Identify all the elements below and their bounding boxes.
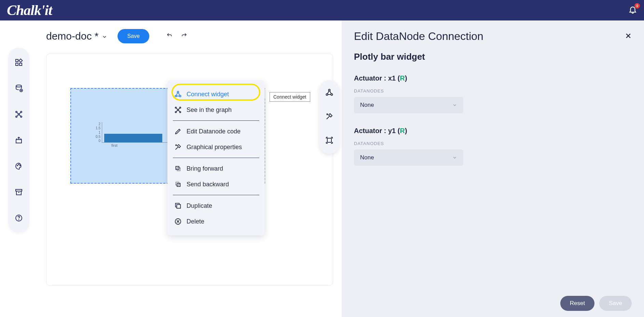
bring-forward-icon [174, 165, 182, 172]
ctx-label: Bring forward [187, 165, 223, 172]
widgets-library-button[interactable] [14, 58, 23, 67]
theme-button[interactable] [14, 162, 23, 171]
float-bounds-button[interactable] [325, 136, 333, 146]
ctx-delete[interactable]: Delete [167, 214, 265, 229]
svg-point-32 [326, 94, 328, 96]
svg-rect-3 [19, 63, 22, 66]
notifications-button[interactable]: 0 [628, 5, 637, 15]
widgets-icon [15, 58, 23, 67]
panel-save-button[interactable]: Save [599, 296, 632, 311]
chevron-down-icon [102, 34, 107, 40]
ctx-label: Graphical properties [187, 144, 242, 151]
export-button[interactable] [14, 136, 23, 145]
svg-point-6 [16, 111, 17, 113]
svg-point-12 [18, 164, 19, 165]
ctx-graphical-properties[interactable]: Graphical properties [167, 139, 265, 155]
tooltip: Connect widget [270, 92, 310, 102]
app-header: Chalk'it 0 [0, 0, 644, 20]
datanodes-label: DATANODES [354, 141, 632, 146]
notification-badge: 0 [634, 3, 640, 9]
pencil-icon [174, 128, 182, 135]
ctx-see-in-graph[interactable]: See in the graph [167, 102, 265, 118]
panel-widget-name: Plotly bar widget [354, 52, 632, 62]
ytick: 2 [94, 122, 100, 126]
document-toolbar: demo-doc * Save [38, 29, 342, 43]
connect-icon [325, 88, 333, 97]
floating-tool-rail [319, 80, 340, 154]
svg-point-13 [20, 165, 20, 166]
right-panel: Edit DataNode Connection Plotly bar widg… [342, 20, 644, 317]
document-menu-caret[interactable] [102, 30, 107, 42]
connect-icon [174, 90, 182, 98]
panel-title: Edit DataNode Connection [354, 30, 483, 43]
chart-x-label: first [111, 143, 118, 147]
panel-reset-button[interactable]: Reset [560, 296, 594, 311]
delete-icon [174, 218, 182, 225]
svg-point-7 [20, 111, 22, 113]
actuator-name: y1 [388, 127, 396, 134]
svg-point-8 [16, 116, 17, 117]
widget-preview-chart: 2 1.5 1 0.5 0 first [77, 122, 180, 146]
float-tools-button[interactable] [325, 112, 333, 122]
svg-rect-2 [16, 63, 18, 66]
widget-context-menu: Connect widget See in the graph Edit Dat… [167, 80, 265, 235]
ytick: 0 [94, 139, 100, 143]
actuator-prefix: Actuator : [354, 127, 388, 134]
svg-point-18 [175, 95, 177, 97]
ctx-edit-datanode-code[interactable]: Edit Datanode code [167, 124, 265, 139]
datanode-select-y1[interactable]: None [354, 149, 463, 166]
chart-y-axis: 2 1.5 1 0.5 0 [94, 122, 100, 143]
document-title[interactable]: demo-doc * [46, 30, 107, 42]
actuator-name: x1 [388, 74, 396, 82]
redo-button[interactable] [181, 32, 187, 40]
ctx-label: Duplicate [187, 202, 212, 210]
svg-point-11 [17, 165, 18, 166]
ytick: 1.5 [94, 126, 100, 130]
send-backward-icon [174, 181, 182, 188]
undo-icon [166, 32, 173, 39]
ctx-send-backward[interactable]: Send backward [167, 176, 265, 192]
svg-rect-1 [19, 59, 23, 62]
ctx-label: See in the graph [187, 106, 232, 114]
chart-bar [104, 134, 162, 142]
datanode-select-x1[interactable]: None [354, 97, 463, 113]
chevron-down-icon [452, 103, 457, 107]
svg-rect-25 [176, 167, 179, 170]
archive-button[interactable] [14, 188, 23, 197]
tools-icon [174, 143, 182, 151]
database-add-icon [15, 84, 23, 92]
panel-close-button[interactable] [625, 32, 632, 41]
float-connect-button[interactable] [325, 88, 333, 98]
select-value: None [360, 154, 374, 161]
graph-button[interactable] [14, 110, 23, 119]
svg-point-16 [19, 220, 19, 220]
left-rail [8, 48, 29, 233]
ctx-label: Delete [187, 218, 204, 225]
ctx-connect-widget[interactable]: Connect widget [167, 86, 265, 102]
bounding-box-icon [325, 136, 333, 144]
save-button[interactable]: Save [118, 29, 149, 43]
ctx-label: Edit Datanode code [187, 128, 241, 135]
datanodes-button[interactable] [14, 84, 23, 93]
document-title-text: demo-doc * [46, 30, 98, 42]
svg-rect-0 [16, 59, 18, 62]
ctx-bring-forward[interactable]: Bring forward [167, 161, 265, 176]
svg-point-22 [175, 112, 177, 113]
ytick: 1 [94, 131, 100, 134]
redo-icon [181, 32, 187, 39]
datanodes-label: DATANODES [354, 88, 632, 93]
ctx-label: Send backward [187, 181, 229, 188]
graph-icon [174, 106, 182, 114]
chevron-down-icon [452, 155, 457, 160]
help-icon [15, 214, 23, 222]
svg-point-24 [177, 109, 179, 111]
panel-footer: Reset Save [354, 296, 632, 311]
actuator-prefix: Actuator : [354, 74, 388, 82]
ytick: 0.5 [94, 135, 100, 139]
help-button[interactable] [14, 214, 23, 222]
app-logo: Chalk'it [7, 2, 52, 18]
ctx-duplicate[interactable]: Duplicate [167, 198, 265, 214]
undo-button[interactable] [166, 32, 173, 40]
svg-point-10 [18, 114, 19, 115]
duplicate-icon [174, 202, 182, 210]
